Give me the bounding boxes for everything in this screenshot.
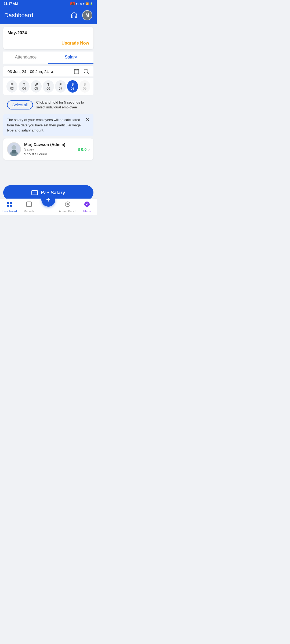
- nav-item-adminpunch[interactable]: Admin Punch: [58, 199, 77, 214]
- employee-chevron-icon: ›: [88, 147, 90, 152]
- month-card: May-2024 Upgrade Now: [3, 27, 93, 49]
- select-all-hint: Click and hold for 5 seconds to select i…: [36, 100, 90, 110]
- page-title: Dashboard: [4, 12, 33, 19]
- calendar-icon[interactable]: [74, 68, 79, 74]
- employee-avatar: [7, 142, 21, 156]
- svg-point-22: [67, 204, 68, 204]
- nav-label-adminpunch: Admin Punch: [59, 210, 76, 213]
- wifi-icon: ▾: [83, 2, 84, 5]
- nav-item-dashboard[interactable]: Dashboard: [0, 199, 19, 214]
- day-sun[interactable]: S 09: [79, 80, 90, 93]
- plans-icon: [84, 201, 90, 209]
- upgrade-row: Upgrade Now: [8, 41, 89, 46]
- select-all-button[interactable]: Select all: [7, 100, 33, 109]
- day-selector: M 03 T 04 W 05 T 06 F 07 S 08 S 09: [3, 78, 93, 95]
- svg-rect-0: [74, 69, 79, 74]
- status-left: 11:17 AM: [4, 2, 18, 6]
- day-tue[interactable]: T 04: [19, 80, 30, 93]
- employee-type: Salary: [24, 147, 74, 151]
- nav-item-reports[interactable]: Reports: [19, 199, 39, 214]
- svg-rect-15: [10, 205, 12, 207]
- employee-salary-amount: $ 0.0: [78, 147, 86, 152]
- date-range-row: 03 Jun, 24 - 09 Jun, 24 ▲: [3, 66, 93, 76]
- info-text: The salary of your employees will be cal…: [7, 117, 83, 133]
- employee-card[interactable]: Marj Dawson (Admin) Salary $ 15.0 / Hour…: [3, 138, 93, 160]
- svg-line-5: [87, 72, 88, 74]
- nav-label-reports: Reports: [24, 210, 34, 213]
- svg-rect-10: [32, 191, 38, 195]
- key-icon: 🗝: [76, 2, 79, 5]
- tab-attendance[interactable]: Attendance: [3, 52, 48, 64]
- main-content: May-2024 Upgrade Now Attendance Salary 0…: [0, 24, 97, 183]
- day-sat[interactable]: S 08: [67, 80, 78, 93]
- day-thu[interactable]: T 06: [43, 80, 54, 93]
- svg-rect-14: [7, 205, 9, 207]
- upgrade-now-button[interactable]: Upgrade Now: [61, 41, 89, 46]
- tab-salary[interactable]: Salary: [48, 52, 93, 64]
- employee-name: Marj Dawson (Admin): [24, 142, 74, 147]
- day-mon[interactable]: M 03: [6, 80, 17, 93]
- month-title: May-2024: [8, 31, 89, 35]
- fab-plus-button[interactable]: +: [41, 193, 55, 207]
- chevron-up-icon[interactable]: ▲: [50, 69, 54, 74]
- dashboard-icon: [6, 201, 13, 209]
- headset-icon[interactable]: [69, 10, 79, 20]
- employee-rate: $ 15.0 / Hourly: [24, 152, 74, 156]
- employee-salary-row: $ 0.0 ›: [78, 147, 90, 152]
- nav-label-plans: Plans: [83, 210, 91, 213]
- status-right: 🎥 🗝 ✳ ▾ 📶 🔋: [70, 2, 93, 5]
- svg-rect-13: [10, 202, 12, 204]
- day-fri[interactable]: F 07: [55, 80, 66, 93]
- reports-icon: [26, 201, 32, 209]
- nav-item-plans[interactable]: Plans: [77, 199, 97, 214]
- svg-rect-12: [7, 202, 9, 204]
- header-icons: M: [69, 10, 92, 20]
- battery-icon: 🔋: [90, 2, 93, 5]
- camera-icon: 🎥: [70, 2, 75, 5]
- status-bar: 11:17 AM 🎥 🗝 ✳ ▾ 📶 🔋: [0, 0, 97, 8]
- svg-rect-9: [12, 150, 16, 153]
- select-all-row: Select all Click and hold for 5 seconds …: [3, 97, 93, 112]
- app-header: Dashboard M: [0, 8, 97, 24]
- avatar[interactable]: M: [82, 10, 92, 20]
- nav-label-dashboard: Dashboard: [2, 210, 17, 213]
- info-banner: The salary of your employees will be cal…: [3, 114, 93, 136]
- employee-info: Marj Dawson (Admin) Salary $ 15.0 / Hour…: [24, 142, 74, 156]
- adminpunch-icon: [64, 201, 71, 209]
- search-icon[interactable]: [83, 68, 89, 74]
- bluetooth-icon: ✳: [80, 2, 82, 5]
- svg-point-7: [12, 145, 16, 150]
- day-wed[interactable]: W 05: [31, 80, 42, 93]
- date-icons: [74, 68, 89, 74]
- credit-card-icon: [31, 189, 38, 196]
- wifi-signal-icon: 📶: [85, 2, 89, 5]
- close-banner-button[interactable]: ✕: [85, 117, 90, 122]
- status-time: 11:17 AM: [4, 2, 18, 6]
- date-range-text: 03 Jun, 24 - 09 Jun, 24 ▲: [8, 69, 54, 74]
- tabs-container: Attendance Salary: [3, 52, 93, 64]
